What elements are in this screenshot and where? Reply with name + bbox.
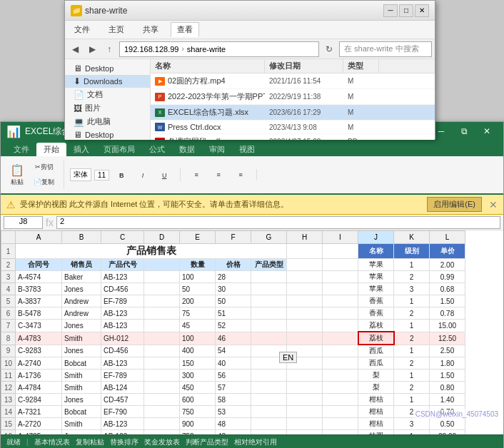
close-button[interactable]: ✕ bbox=[415, 4, 429, 17]
cell-k11[interactable]: 1 bbox=[394, 370, 430, 382]
cell-j13[interactable]: 柑桔 bbox=[358, 394, 394, 406]
cell-j7[interactable]: 荔枝 bbox=[358, 320, 394, 332]
cell-c9[interactable]: CD-456 bbox=[101, 345, 144, 357]
cell-e8[interactable]: 100 bbox=[180, 332, 216, 345]
font-name[interactable]: 宋体 bbox=[70, 168, 91, 181]
cell-i6[interactable] bbox=[323, 307, 358, 320]
italic-button[interactable]: I bbox=[133, 170, 153, 181]
cell-a3[interactable]: A-4574 bbox=[16, 271, 62, 283]
file-row-xlsx[interactable]: XEXCEL综合练习题.xlsx 2023/6/16 17:29 M bbox=[151, 105, 435, 121]
cell-e4[interactable]: 50 bbox=[180, 283, 216, 295]
cell-h14[interactable] bbox=[287, 406, 323, 418]
minimize-button[interactable]: ─ bbox=[383, 4, 398, 17]
cell-a6[interactable]: B-5478 bbox=[16, 307, 62, 320]
cell-i3[interactable] bbox=[323, 271, 358, 283]
cell-l9[interactable]: 2.50 bbox=[430, 345, 465, 357]
cell-f11[interactable]: 56 bbox=[216, 370, 251, 382]
cell-d9[interactable] bbox=[144, 345, 180, 357]
status-tab1[interactable]: 基本情况表 bbox=[34, 437, 70, 447]
sidebar-item-thispc[interactable]: 💻此电脑 bbox=[65, 115, 150, 128]
cell-d12[interactable] bbox=[144, 382, 180, 394]
font-size[interactable]: 11 bbox=[94, 170, 109, 180]
ribbon-tab-home[interactable]: 主页 bbox=[102, 22, 131, 37]
ribbon-tab-share[interactable]: 共享 bbox=[136, 22, 165, 37]
cell-a13[interactable]: C-9284 bbox=[16, 394, 62, 406]
cell-i4[interactable] bbox=[323, 283, 358, 295]
cell-b3[interactable]: Baker bbox=[62, 271, 101, 283]
cell-g11[interactable] bbox=[251, 370, 287, 382]
col-G[interactable]: G bbox=[251, 231, 287, 244]
cell-j15[interactable]: 柑桔 bbox=[358, 418, 394, 430]
cell-k15[interactable]: 3 bbox=[394, 418, 430, 430]
cell-c8[interactable]: GH-012 bbox=[101, 332, 144, 345]
cell-k12[interactable]: 2 bbox=[394, 382, 430, 394]
cell-f10[interactable]: 40 bbox=[216, 357, 251, 370]
cell-h16[interactable] bbox=[287, 430, 323, 435]
cell-g13[interactable] bbox=[251, 394, 287, 406]
cell-a16[interactable]: A-4785 bbox=[16, 430, 62, 435]
cell-b7[interactable]: Jones bbox=[62, 320, 101, 332]
cell-b11[interactable]: Smith bbox=[62, 370, 101, 382]
cell-l8[interactable]: 12.50 bbox=[430, 332, 465, 345]
cell-g14[interactable] bbox=[251, 406, 287, 418]
cell-i2[interactable] bbox=[323, 259, 358, 271]
cell-a10[interactable]: A-2740 bbox=[16, 357, 62, 370]
forward-button[interactable]: ▶ bbox=[85, 42, 99, 56]
cell-l16[interactable]: 30.00 bbox=[430, 430, 465, 435]
cell-h7[interactable] bbox=[287, 320, 323, 332]
cell-h2[interactable] bbox=[287, 259, 323, 271]
cell-i5[interactable] bbox=[323, 295, 358, 307]
cell-k5[interactable]: 1 bbox=[394, 295, 430, 307]
address-path[interactable]: 192.168.128.99 › share-write bbox=[119, 41, 319, 57]
cell-h6[interactable] bbox=[287, 307, 323, 320]
cell-d6[interactable] bbox=[144, 307, 180, 320]
cell-i15[interactable] bbox=[323, 418, 358, 430]
cell-d4[interactable] bbox=[144, 283, 180, 295]
cell-e11[interactable]: 300 bbox=[180, 370, 216, 382]
cell-i14[interactable] bbox=[323, 406, 358, 418]
status-tab4[interactable]: 奖金发放表 bbox=[144, 437, 180, 447]
col-F[interactable]: F bbox=[216, 231, 251, 244]
bold-button[interactable]: B bbox=[111, 170, 131, 181]
cell-j10[interactable]: 西瓜 bbox=[358, 357, 394, 370]
cell-a15[interactable]: A-2720 bbox=[16, 418, 62, 430]
align-right-button[interactable]: ≡ bbox=[231, 169, 251, 180]
cell-a5[interactable]: A-3837 bbox=[16, 295, 62, 307]
cell-g6[interactable] bbox=[251, 307, 287, 320]
cell-c13[interactable]: CD-457 bbox=[101, 394, 144, 406]
cell-l3[interactable]: 0.99 bbox=[430, 271, 465, 283]
cell-c12[interactable]: AB-124 bbox=[101, 382, 144, 394]
align-center-button[interactable]: ≡ bbox=[208, 169, 228, 180]
excel-close-button[interactable]: ✕ bbox=[476, 123, 498, 139]
cell-d15[interactable] bbox=[144, 418, 180, 430]
cell-d5[interactable] bbox=[144, 295, 180, 307]
cell-d16[interactable] bbox=[144, 430, 180, 435]
cell-l11[interactable]: 1.50 bbox=[430, 370, 465, 382]
cell-f7[interactable]: 52 bbox=[216, 320, 251, 332]
back-button[interactable]: ◀ bbox=[68, 42, 82, 56]
cell-k13[interactable]: 1 bbox=[394, 394, 430, 406]
excel-tab-file[interactable]: 文件 bbox=[6, 143, 36, 156]
cell-k1[interactable]: 级别 bbox=[394, 244, 430, 259]
ribbon-tab-file[interactable]: 文件 bbox=[68, 22, 96, 37]
col-I[interactable]: I bbox=[323, 231, 358, 244]
cell-c5[interactable]: EF-789 bbox=[101, 295, 144, 307]
cell-f14[interactable]: 53 bbox=[216, 406, 251, 418]
cell-c4[interactable]: CD-456 bbox=[101, 283, 144, 295]
cell-d11[interactable] bbox=[144, 370, 180, 382]
excel-tab-home[interactable]: 开始 bbox=[36, 143, 66, 156]
cell-c6[interactable]: AB-123 bbox=[101, 307, 144, 320]
cut-button[interactable]: ✂剪切 bbox=[30, 161, 58, 174]
cell-f12[interactable]: 57 bbox=[216, 382, 251, 394]
col-B[interactable]: B bbox=[62, 231, 101, 244]
cell-f3[interactable]: 28 bbox=[216, 271, 251, 283]
cell-j4[interactable]: 苹果 bbox=[358, 283, 394, 295]
cell-i7[interactable] bbox=[323, 320, 358, 332]
cell-h4[interactable] bbox=[287, 283, 323, 295]
search-box[interactable]: 在 share-write 中搜索 bbox=[339, 41, 432, 57]
cell-g12[interactable] bbox=[251, 382, 287, 394]
cell-g5[interactable] bbox=[251, 295, 287, 307]
cell-e5[interactable]: 200 bbox=[180, 295, 216, 307]
cell-l13[interactable]: 1.40 bbox=[430, 394, 465, 406]
excel-restore-button[interactable]: ⧉ bbox=[453, 123, 475, 139]
